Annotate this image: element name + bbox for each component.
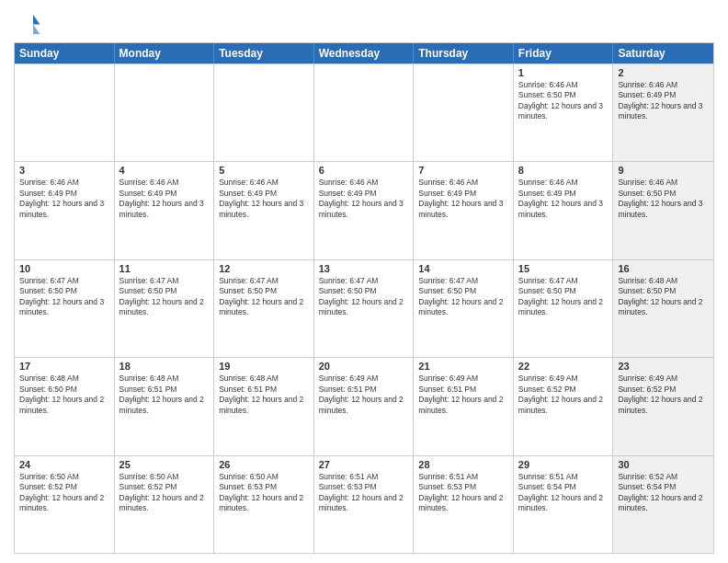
cal-cell-6: 6Sunrise: 6:46 AM Sunset: 6:49 PM Daylig…: [314, 162, 415, 259]
cal-cell-2: 2Sunrise: 6:46 AM Sunset: 6:49 PM Daylig…: [613, 64, 713, 161]
cal-cell-7: 7Sunrise: 6:46 AM Sunset: 6:49 PM Daylig…: [414, 162, 514, 259]
cal-cell-26: 26Sunrise: 6:50 AM Sunset: 6:53 PM Dayli…: [214, 456, 314, 553]
day-number: 4: [119, 165, 210, 176]
cal-week-2: 3Sunrise: 6:46 AM Sunset: 6:49 PM Daylig…: [15, 161, 713, 259]
cal-week-1: 1Sunrise: 6:46 AM Sunset: 6:50 PM Daylig…: [15, 63, 713, 161]
cal-cell-empty-0: [15, 64, 115, 161]
cell-content: Sunrise: 6:52 AM Sunset: 6:54 PM Dayligh…: [618, 472, 709, 514]
cal-cell-9: 9Sunrise: 6:46 AM Sunset: 6:50 PM Daylig…: [613, 162, 713, 259]
cell-content: Sunrise: 6:50 AM Sunset: 6:52 PM Dayligh…: [19, 472, 109, 514]
cal-cell-18: 18Sunrise: 6:48 AM Sunset: 6:51 PM Dayli…: [115, 358, 215, 454]
cell-content: Sunrise: 6:47 AM Sunset: 6:50 PM Dayligh…: [219, 276, 309, 318]
day-number: 6: [319, 165, 409, 176]
day-number: 12: [219, 263, 309, 274]
day-number: 7: [418, 165, 508, 176]
day-number: 23: [618, 361, 709, 372]
cal-week-3: 10Sunrise: 6:47 AM Sunset: 6:50 PM Dayli…: [15, 259, 713, 357]
day-number: 16: [618, 263, 709, 274]
day-number: 9: [618, 165, 709, 176]
cell-content: Sunrise: 6:49 AM Sunset: 6:51 PM Dayligh…: [319, 373, 409, 416]
cal-cell-24: 24Sunrise: 6:50 AM Sunset: 6:52 PM Dayli…: [15, 456, 115, 553]
cal-cell-23: 23Sunrise: 6:49 AM Sunset: 6:52 PM Dayli…: [613, 358, 713, 454]
day-number: 27: [319, 459, 409, 470]
cell-content: Sunrise: 6:48 AM Sunset: 6:50 PM Dayligh…: [19, 373, 109, 416]
cal-cell-28: 28Sunrise: 6:51 AM Sunset: 6:53 PM Dayli…: [414, 456, 514, 553]
cal-header-day-thursday: Thursday: [414, 43, 514, 63]
day-number: 3: [19, 165, 109, 176]
day-number: 25: [119, 459, 210, 470]
cell-content: Sunrise: 6:48 AM Sunset: 6:50 PM Dayligh…: [618, 276, 709, 318]
cal-cell-empty-3: [314, 64, 415, 161]
svg-marker-0: [33, 15, 40, 25]
cal-header-day-wednesday: Wednesday: [314, 43, 415, 63]
page: SundayMondayTuesdayWednesdayThursdayFrid…: [0, 0, 728, 563]
day-number: 28: [418, 459, 508, 470]
header: [14, 9, 714, 37]
cell-content: Sunrise: 6:51 AM Sunset: 6:53 PM Dayligh…: [418, 472, 508, 514]
calendar-body: 1Sunrise: 6:46 AM Sunset: 6:50 PM Daylig…: [15, 63, 713, 553]
day-number: 5: [219, 165, 309, 176]
cell-content: Sunrise: 6:48 AM Sunset: 6:51 PM Dayligh…: [119, 373, 210, 416]
cal-cell-3: 3Sunrise: 6:46 AM Sunset: 6:49 PM Daylig…: [15, 162, 115, 259]
day-number: 19: [219, 361, 309, 372]
cal-cell-22: 22Sunrise: 6:49 AM Sunset: 6:52 PM Dayli…: [514, 358, 614, 454]
cal-cell-15: 15Sunrise: 6:47 AM Sunset: 6:50 PM Dayli…: [514, 260, 614, 357]
cal-cell-1: 1Sunrise: 6:46 AM Sunset: 6:50 PM Daylig…: [514, 64, 614, 161]
cell-content: Sunrise: 6:50 AM Sunset: 6:53 PM Dayligh…: [219, 472, 309, 514]
cal-cell-empty-2: [214, 64, 314, 161]
cal-cell-13: 13Sunrise: 6:47 AM Sunset: 6:50 PM Dayli…: [314, 260, 415, 357]
cal-cell-10: 10Sunrise: 6:47 AM Sunset: 6:50 PM Dayli…: [15, 260, 115, 357]
cell-content: Sunrise: 6:51 AM Sunset: 6:54 PM Dayligh…: [518, 472, 609, 514]
cal-cell-29: 29Sunrise: 6:51 AM Sunset: 6:54 PM Dayli…: [514, 456, 614, 553]
cal-week-5: 24Sunrise: 6:50 AM Sunset: 6:52 PM Dayli…: [15, 455, 713, 553]
day-number: 30: [618, 459, 709, 470]
calendar: SundayMondayTuesdayWednesdayThursdayFrid…: [14, 42, 714, 554]
cell-content: Sunrise: 6:46 AM Sunset: 6:49 PM Dayligh…: [19, 178, 109, 220]
cal-cell-27: 27Sunrise: 6:51 AM Sunset: 6:53 PM Dayli…: [314, 456, 415, 553]
cell-content: Sunrise: 6:46 AM Sunset: 6:49 PM Dayligh…: [518, 178, 609, 220]
cal-header-day-monday: Monday: [115, 43, 215, 63]
cell-content: Sunrise: 6:46 AM Sunset: 6:49 PM Dayligh…: [319, 178, 409, 220]
logo-icon: [14, 9, 41, 37]
cal-header-day-saturday: Saturday: [613, 43, 713, 63]
cell-content: Sunrise: 6:49 AM Sunset: 6:52 PM Dayligh…: [618, 373, 709, 416]
day-number: 14: [418, 263, 508, 274]
day-number: 1: [518, 67, 609, 78]
day-number: 15: [518, 263, 609, 274]
day-number: 10: [19, 263, 109, 274]
cal-cell-4: 4Sunrise: 6:46 AM Sunset: 6:49 PM Daylig…: [115, 162, 215, 259]
logo: [14, 9, 45, 37]
cal-header-day-friday: Friday: [514, 43, 614, 63]
cal-header-day-sunday: Sunday: [15, 43, 115, 63]
cal-cell-19: 19Sunrise: 6:48 AM Sunset: 6:51 PM Dayli…: [214, 358, 314, 454]
cell-content: Sunrise: 6:49 AM Sunset: 6:52 PM Dayligh…: [518, 373, 609, 416]
cell-content: Sunrise: 6:47 AM Sunset: 6:50 PM Dayligh…: [19, 276, 109, 318]
cell-content: Sunrise: 6:46 AM Sunset: 6:50 PM Dayligh…: [618, 178, 709, 220]
cell-content: Sunrise: 6:48 AM Sunset: 6:51 PM Dayligh…: [219, 373, 309, 416]
svg-marker-1: [33, 25, 40, 35]
day-number: 20: [319, 361, 409, 372]
day-number: 11: [119, 263, 210, 274]
cell-content: Sunrise: 6:46 AM Sunset: 6:49 PM Dayligh…: [418, 178, 508, 220]
day-number: 2: [618, 67, 709, 78]
day-number: 22: [518, 361, 609, 372]
cell-content: Sunrise: 6:46 AM Sunset: 6:49 PM Dayligh…: [219, 178, 309, 220]
cal-cell-5: 5Sunrise: 6:46 AM Sunset: 6:49 PM Daylig…: [214, 162, 314, 259]
cell-content: Sunrise: 6:47 AM Sunset: 6:50 PM Dayligh…: [418, 276, 508, 318]
cal-cell-empty-1: [115, 64, 215, 161]
cell-content: Sunrise: 6:50 AM Sunset: 6:52 PM Dayligh…: [119, 472, 210, 514]
cal-cell-17: 17Sunrise: 6:48 AM Sunset: 6:50 PM Dayli…: [15, 358, 115, 454]
cal-cell-16: 16Sunrise: 6:48 AM Sunset: 6:50 PM Dayli…: [613, 260, 713, 357]
day-number: 17: [19, 361, 109, 372]
cal-cell-12: 12Sunrise: 6:47 AM Sunset: 6:50 PM Dayli…: [214, 260, 314, 357]
day-number: 24: [19, 459, 109, 470]
day-number: 26: [219, 459, 309, 470]
cell-content: Sunrise: 6:47 AM Sunset: 6:50 PM Dayligh…: [518, 276, 609, 318]
day-number: 29: [518, 459, 609, 470]
cal-cell-25: 25Sunrise: 6:50 AM Sunset: 6:52 PM Dayli…: [115, 456, 215, 553]
cal-cell-empty-4: [414, 64, 514, 161]
cal-cell-11: 11Sunrise: 6:47 AM Sunset: 6:50 PM Dayli…: [115, 260, 215, 357]
cell-content: Sunrise: 6:46 AM Sunset: 6:50 PM Dayligh…: [518, 80, 609, 122]
cal-cell-21: 21Sunrise: 6:49 AM Sunset: 6:51 PM Dayli…: [414, 358, 514, 454]
cal-header-day-tuesday: Tuesday: [214, 43, 314, 63]
